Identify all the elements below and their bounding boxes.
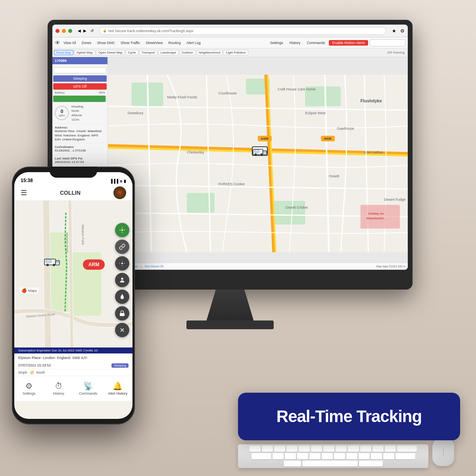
nav-history[interactable]: ⏱ History xyxy=(44,379,74,398)
kb-key xyxy=(385,446,396,452)
map-landscape-btn[interactable]: Landscape xyxy=(158,50,178,55)
map-hybrid-btn[interactable]: Hybrid Map xyxy=(74,50,95,55)
svg-point-47 xyxy=(121,278,123,280)
arm-button[interactable]: ARM xyxy=(83,259,105,270)
map-bottom-bar: Tutorials | Toolbox | Turn Sound Off Map… xyxy=(108,263,408,270)
url-bar[interactable]: 🔒 Not Secure track.codemonkey.uk.com/Tra… xyxy=(99,27,386,35)
kb-key xyxy=(372,446,384,452)
nav-commands[interactable]: 📡 Commands xyxy=(73,379,103,398)
forward-btn[interactable]: ▶ xyxy=(83,29,86,33)
routing-btn[interactable]: Routing xyxy=(166,40,183,46)
history-nav-icon: ⏱ xyxy=(55,382,63,391)
eye-icon[interactable]: 👁 xyxy=(55,40,60,46)
coords-value: 53.683942, -1.570198 xyxy=(55,149,105,153)
svg-rect-31 xyxy=(263,151,266,153)
compass-needle-n: N xyxy=(118,190,121,195)
settings-nav-label: Settings xyxy=(23,392,36,395)
svg-rect-4 xyxy=(187,193,215,213)
device-search-input[interactable] xyxy=(54,67,106,73)
show-traffic-btn[interactable]: Show Traffic xyxy=(118,40,142,46)
kb-key xyxy=(322,453,333,459)
zones-btn[interactable]: Zones xyxy=(79,40,94,46)
action-btn-link[interactable] xyxy=(115,240,129,254)
address-label: Address xyxy=(55,126,105,129)
history-btn[interactable]: History xyxy=(287,40,303,46)
action-btn-location[interactable] xyxy=(115,223,129,237)
nav-alert-history[interactable]: 🔔 Alert History xyxy=(103,379,133,398)
speed-section: 0 MPH Heading North Altitude 122m xyxy=(52,103,107,124)
extensions-icon[interactable]: ⚙ xyxy=(400,28,405,34)
phone-notch xyxy=(50,167,97,178)
svg-rect-44 xyxy=(56,261,59,263)
phone-speed-row: 0mph 🧭 North xyxy=(14,369,132,376)
map-area[interactable]: A438 A638 Flushdyke Gawthorpe Dewsbury N… xyxy=(108,57,408,270)
map-osm-btn[interactable]: Open Street Map xyxy=(96,50,125,55)
maximize-dot[interactable] xyxy=(68,29,72,33)
phone-status-icons: ▐▐▐ ⌾ ▮ xyxy=(110,179,126,183)
altitude-value: 122m xyxy=(71,118,79,121)
map-road-btn[interactable]: Road Map xyxy=(54,50,73,55)
last-gps-section: Last Valid GPS Fix 28/03/2022 13:37:53 xyxy=(52,155,107,166)
reload-btn[interactable]: ↺ xyxy=(90,29,94,33)
enable-motion-btn[interactable]: Enable Motion Alerts xyxy=(329,40,368,46)
svg-text:Courthouse: Courthouse xyxy=(219,91,237,95)
map-transport-btn[interactable]: Transport xyxy=(139,50,157,55)
alert-history-nav-label: Alert History xyxy=(108,392,127,395)
compass-icon: N xyxy=(113,186,126,199)
show-dmc-btn[interactable]: Show DMC xyxy=(94,40,117,46)
browser-chrome: ◀ ▶ ↺ 🔒 Not Secure track.codemonkey.uk.c… xyxy=(52,25,408,37)
settings-btn[interactable]: Settings xyxy=(268,40,286,46)
van-icon-phone xyxy=(44,257,60,269)
map-type-bar: Road Map Hybrid Map Open Street Map Cycl… xyxy=(52,48,408,57)
phone-map[interactable]: Weston Park Weston Park Weston Green Roa… xyxy=(14,201,132,347)
app-toolbar: 👁 View All Zones Show DMC Show Traffic S… xyxy=(52,37,408,48)
svg-text:Weston Park: Weston Park xyxy=(81,225,85,245)
svg-text:PARKES Cooker: PARKES Cooker xyxy=(219,182,245,186)
heading-section: Heading North Altitude 122m xyxy=(71,104,83,122)
map-data-label: Map data ©2023 200 m xyxy=(376,265,405,268)
svg-point-45 xyxy=(121,229,123,231)
hamburger-icon[interactable]: ☰ xyxy=(21,188,27,197)
monitor-base xyxy=(186,321,274,329)
svg-text:Chickenley: Chickenley xyxy=(187,150,204,154)
commands-nav-label: Commands xyxy=(79,392,97,395)
action-btn-gear[interactable] xyxy=(115,256,129,271)
kb-key xyxy=(397,446,417,452)
alert-history-nav-icon: 🔔 xyxy=(113,381,123,391)
nav-settings[interactable]: ⚙ Settings xyxy=(14,379,44,398)
phone-time: 15:38 xyxy=(21,178,110,183)
back-btn[interactable]: ◀ xyxy=(78,29,81,33)
kb-key xyxy=(395,453,415,459)
action-btn-person[interactable] xyxy=(115,273,129,287)
phone-location-info: Elysium Place- London- England- SW6 4JY- xyxy=(14,353,132,362)
battery-header: Battery 98% xyxy=(55,91,105,94)
view-all-btn[interactable]: View All xyxy=(61,40,78,46)
search-box xyxy=(52,64,107,75)
kb-key xyxy=(262,446,273,452)
desktop-search-input[interactable] xyxy=(370,39,405,46)
apple-icon: 🍎 xyxy=(21,288,27,293)
action-btn-close[interactable] xyxy=(115,323,129,337)
map-turn-sound[interactable]: Turn Sound Off xyxy=(144,265,163,268)
commands-btn[interactable]: Commands xyxy=(304,40,327,46)
alert-log-btn[interactable]: Alert Log xyxy=(184,40,203,46)
altitude-label: Altitude xyxy=(71,113,82,117)
phone-action-buttons xyxy=(115,223,129,337)
map-neighbourhood-btn[interactable]: Neighbourhood xyxy=(196,50,223,55)
map-cycle-btn[interactable]: Cycle xyxy=(126,50,138,55)
map-light-pollution-btn[interactable]: Light Pollution xyxy=(223,50,248,55)
action-btn-drop[interactable] xyxy=(115,290,129,304)
svg-text:Flushdyke: Flushdyke xyxy=(361,98,382,103)
phone-app-title: COLLIN xyxy=(32,190,109,196)
map-outdoor-btn[interactable]: Outdoor xyxy=(179,50,196,55)
url-text: Not Secure track.codemonkey.uk.com/Track… xyxy=(108,29,194,33)
close-dot[interactable] xyxy=(56,29,60,33)
streetview-btn[interactable]: StreetView xyxy=(143,40,165,46)
battery-label: Battery xyxy=(55,91,65,94)
bookmark-icon[interactable]: ★ xyxy=(392,28,396,34)
svg-text:Desert Fudge: Desert Fudge xyxy=(384,198,405,202)
kb-key xyxy=(299,446,310,452)
action-btn-lock[interactable] xyxy=(115,306,129,321)
coords-label: CoOrdinates xyxy=(55,145,105,149)
minimize-dot[interactable] xyxy=(62,29,66,33)
